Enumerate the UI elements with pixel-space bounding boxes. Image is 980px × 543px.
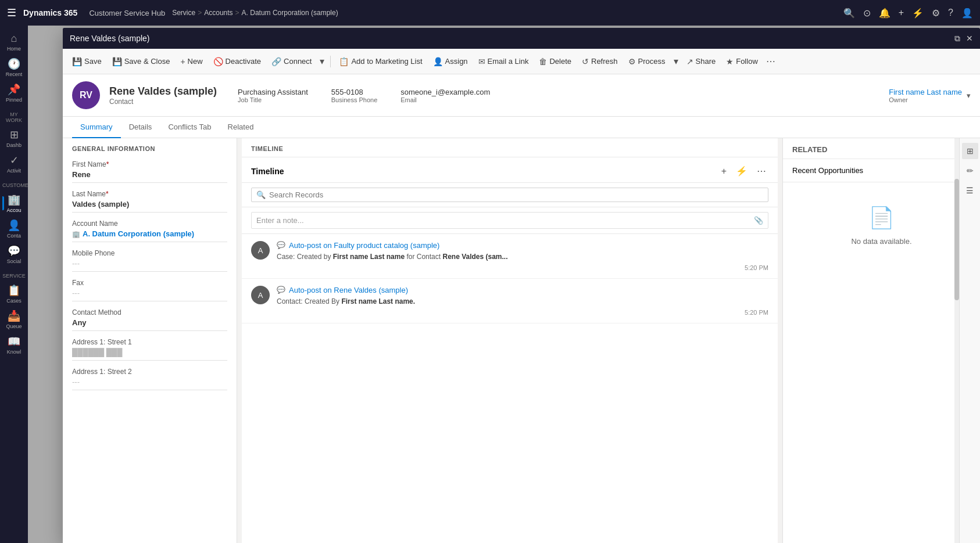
- right-tool-grid[interactable]: ⊞: [962, 143, 978, 159]
- deactivate-button[interactable]: 🚫 Deactivate: [209, 55, 266, 69]
- modal-toolbar: 💾 Save 💾 Save & Close + New 🚫 Deactivate…: [63, 49, 980, 74]
- modal-header-icons: ⧉ ✕: [954, 34, 973, 44]
- follow-button[interactable]: ★ Follow: [721, 55, 763, 69]
- sidebar-item-activities[interactable]: ✓ Activit: [2, 152, 26, 175]
- timeline-item-1: A 💬 Auto-post on Faulty product catalog …: [242, 234, 778, 279]
- tab-summary[interactable]: Summary: [72, 117, 121, 138]
- modal-body: GENERAL INFORMATION First Name* Rene Las…: [63, 138, 980, 543]
- scrollbar-thumb[interactable]: [954, 179, 959, 300]
- restore-icon[interactable]: ⧉: [954, 34, 960, 44]
- cases-icon: 📋: [8, 284, 20, 297]
- panel-general-info: GENERAL INFORMATION First Name* Rene Las…: [63, 138, 237, 543]
- assign-button[interactable]: 👤 Assign: [428, 55, 473, 69]
- settings-icon[interactable]: ⚙: [932, 8, 940, 19]
- assign-icon: 👤: [433, 57, 443, 66]
- share-button[interactable]: ↗ Share: [682, 55, 721, 69]
- toolbar-divider-1: [330, 56, 331, 67]
- new-button[interactable]: + New: [176, 55, 207, 69]
- recent-opportunities-title: Recent Opportunities: [792, 166, 961, 175]
- field-account-name: Account Name 🏢A. Datum Corporation (samp…: [63, 216, 237, 246]
- app-name-label: Customer Service Hub: [89, 9, 165, 17]
- contact-owner: First name Last name Owner ▾: [889, 88, 971, 103]
- owner-name[interactable]: First name Last name: [889, 88, 962, 96]
- help-icon[interactable]: ?: [948, 8, 953, 18]
- process-button[interactable]: ⚙ Process: [624, 55, 670, 69]
- sidebar-item-contacts[interactable]: 👤 Conta: [2, 217, 26, 240]
- dashboard-icon[interactable]: ⊙: [863, 8, 871, 19]
- add-marketing-button[interactable]: 📋 Add to Marketing List: [334, 55, 427, 69]
- timeline-item-2-body: Contact: Created By First name Last name…: [277, 296, 768, 307]
- email-link-button[interactable]: ✉ Email a Link: [474, 55, 534, 69]
- timeline-item-1-time: 5:20 PM: [277, 264, 768, 271]
- sidebar-section-service: Service: [0, 268, 28, 280]
- note-input-area[interactable]: Enter a note... 📎: [251, 212, 768, 229]
- filter-icon[interactable]: ⚡: [912, 8, 924, 19]
- delete-button[interactable]: 🗑 Delete: [534, 55, 576, 69]
- tab-related[interactable]: Related: [220, 117, 262, 138]
- process-chevron[interactable]: ▾: [671, 53, 681, 69]
- connect-button[interactable]: 🔗 Connect: [267, 55, 316, 69]
- activities-icon: ✓: [10, 154, 19, 167]
- timeline-add-button[interactable]: +: [719, 165, 729, 178]
- search-icon[interactable]: 🔍: [843, 8, 855, 19]
- connect-icon: 🔗: [271, 57, 281, 66]
- save-close-icon: 💾: [112, 57, 122, 66]
- close-icon[interactable]: ✕: [966, 34, 973, 44]
- new-icon: +: [180, 57, 185, 66]
- tab-conflicts[interactable]: Conflicts Tab: [160, 117, 219, 138]
- contact-icon: 💬: [277, 286, 285, 294]
- save-button[interactable]: 💾 Save: [67, 55, 106, 69]
- timeline-section-title: TIMELINE: [251, 145, 283, 152]
- attachment-icon[interactable]: 📎: [754, 216, 763, 225]
- tab-details[interactable]: Details: [121, 117, 160, 138]
- contacts-icon: 👤: [8, 219, 20, 232]
- sidebar-item-pinned[interactable]: 📌 Pinned: [2, 81, 26, 105]
- timeline-filter-button[interactable]: ⚡: [734, 164, 750, 178]
- connect-more-chevron[interactable]: ▾: [317, 53, 327, 69]
- breadcrumb-accounts[interactable]: Accounts: [204, 9, 233, 17]
- contact-meta: Purchasing Assistant Job Title 555-0108 …: [238, 88, 879, 103]
- field-mobile-phone: Mobile Phone ---: [63, 246, 237, 275]
- sidebar-item-queues[interactable]: 📥 Queue: [2, 308, 26, 331]
- sidebar-item-recent[interactable]: 🕐 Recent: [2, 56, 26, 79]
- sidebar-item-knowledge[interactable]: 📖 Knowl: [2, 333, 26, 357]
- refresh-button[interactable]: ↺ Refresh: [577, 55, 623, 69]
- breadcrumb-datum[interactable]: A. Datum Corporation (sample): [242, 9, 338, 17]
- modal-header: Rene Valdes (sample) ⧉ ✕: [63, 28, 980, 49]
- breadcrumb-service[interactable]: Service: [172, 9, 195, 17]
- timeline-item-2-title[interactable]: Auto-post on Rene Valdes (sample): [289, 286, 408, 294]
- breadcrumb: Service > Accounts > A. Datum Corporatio…: [172, 9, 338, 17]
- hamburger-menu[interactable]: ☰: [7, 6, 16, 19]
- sidebar-item-social[interactable]: 💬 Social: [2, 243, 26, 266]
- layout: ⌂ Home 🕐 Recent 📌 Pinned My Work ⊞ Dashb…: [0, 26, 980, 543]
- timeline-item-1-title[interactable]: Auto-post on Faulty product catalog (sam…: [289, 241, 439, 250]
- plus-icon[interactable]: +: [899, 8, 904, 18]
- bell-icon[interactable]: 🔔: [879, 8, 890, 19]
- owner-label: Owner: [889, 96, 962, 103]
- search-records-input[interactable]: [269, 190, 763, 199]
- save-close-button[interactable]: 💾 Save & Close: [108, 55, 175, 69]
- marketing-icon: 📋: [339, 57, 349, 66]
- contact-name: Rene Valdes (sample): [109, 85, 217, 98]
- meta-job-title: Purchasing Assistant Job Title: [238, 88, 308, 103]
- contact-type: Contact: [109, 98, 217, 106]
- recent-icon: 🕐: [8, 57, 20, 70]
- sidebar-item-cases[interactable]: 📋 Cases: [2, 282, 26, 305]
- timeline-more-button[interactable]: ⋯: [754, 164, 768, 178]
- related-section-header: RELATED: [783, 138, 980, 159]
- owner-chevron[interactable]: ▾: [967, 91, 971, 100]
- home-icon: ⌂: [11, 33, 17, 45]
- related-title: RELATED: [792, 145, 971, 154]
- right-tool-edit[interactable]: ✏: [962, 163, 978, 179]
- user-icon[interactable]: 👤: [961, 8, 973, 19]
- pin-icon: 📌: [8, 83, 20, 96]
- modal-scrollbar[interactable]: [954, 138, 959, 543]
- sidebar-item-dashboard[interactable]: ⊞ Dashb: [2, 127, 26, 150]
- accounts-icon: 🏢: [8, 193, 20, 206]
- sidebar-item-accounts[interactable]: 🏢 Accou: [2, 192, 26, 215]
- sidebar-item-home[interactable]: ⌂ Home: [2, 30, 26, 53]
- right-tool-list[interactable]: ☰: [962, 182, 978, 199]
- case-icon: 💬: [277, 241, 285, 249]
- more-actions[interactable]: ⋯: [764, 53, 778, 69]
- follow-icon: ★: [726, 57, 734, 66]
